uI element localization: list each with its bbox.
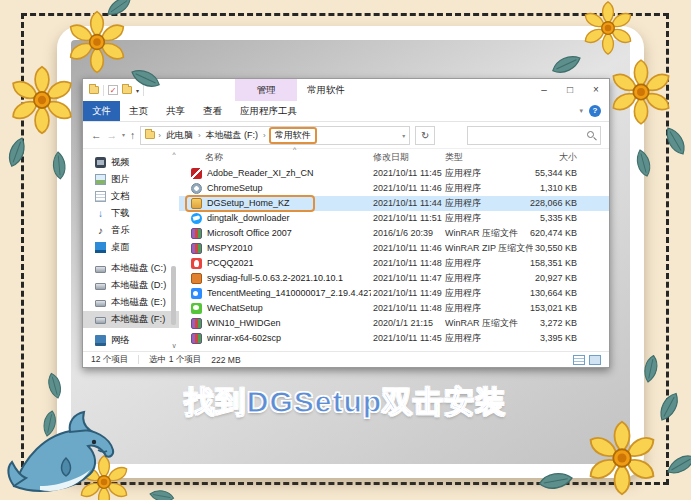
maximize-button[interactable]: □ xyxy=(557,79,583,101)
properties-check-icon[interactable]: ✓ xyxy=(108,85,118,95)
file-size: 130,664 KB xyxy=(501,286,577,301)
breadcrumb-segment[interactable]: 本地磁盘 (F:) xyxy=(204,129,261,142)
breadcrumb-segment[interactable]: 此电脑 xyxy=(164,129,195,142)
manage-contextual-tab[interactable]: 管理 xyxy=(235,79,297,101)
back-icon[interactable]: ← xyxy=(91,130,102,141)
toolbar-dropdown-icon[interactable]: ▾ xyxy=(136,87,139,94)
documents-icon xyxy=(95,191,106,202)
sidebar-item[interactable]: 本地磁盘 (D:) xyxy=(83,277,179,294)
drive-icon xyxy=(95,317,106,324)
file-name: ChromeSetup xyxy=(207,181,371,196)
highlight-box xyxy=(185,195,315,212)
column-header-date[interactable]: 修改日期 xyxy=(373,149,409,166)
refresh-icon[interactable]: ↻ xyxy=(415,126,435,145)
sidebar-item[interactable]: 本地磁盘 (E:) xyxy=(83,294,179,311)
ribbon-right-controls: ▾ ? xyxy=(579,101,609,121)
item-count: 12 个项目 xyxy=(91,354,128,366)
sidebar-item-label: 下载 xyxy=(111,207,130,220)
status-bar: 12 个项目 选中 1 个项目 222 MB xyxy=(83,351,609,367)
drive-icon xyxy=(95,283,106,290)
window-controls: – □ × xyxy=(531,79,609,101)
column-header-size[interactable]: 大小 xyxy=(501,149,577,166)
up-icon[interactable]: ↑ xyxy=(130,130,135,141)
column-header-name[interactable]: 名称 xyxy=(205,149,223,166)
toolbar-separator xyxy=(143,85,144,96)
file-size: 158,351 KB xyxy=(501,256,577,271)
file-row[interactable]: WIN10_HWIDGen2020/1/1 21:15WinRAR 压缩文件3,… xyxy=(179,316,609,331)
file-row[interactable]: MSPY20102021/10/11 11:46WinRAR ZIP 压缩文件3… xyxy=(179,241,609,256)
sidebar-item-label: 网络 xyxy=(111,334,130,347)
large-icons-view-icon[interactable] xyxy=(589,355,601,365)
file-row[interactable]: Adobe_Reader_XI_zh_CN2021/10/11 11:45应用程… xyxy=(179,166,609,181)
file-row[interactable]: DGSetup_Home_KZ2021/10/11 11:44应用程序228,0… xyxy=(179,196,609,211)
forward-icon[interactable]: → xyxy=(107,130,118,141)
file-row[interactable]: Microsoft Office 20072016/1/6 20:39WinRA… xyxy=(179,226,609,241)
sidebar-item-label: 本地磁盘 (F:) xyxy=(111,313,165,326)
music-icon xyxy=(95,225,106,236)
sidebar-item[interactable]: 本地磁盘 (F:) xyxy=(83,311,179,328)
file-row[interactable]: TencentMeeting_1410000017_2.19.4.4272021… xyxy=(179,286,609,301)
winrar-icon xyxy=(191,318,202,329)
file-explorer-window: ✓ ▾ 管理 常用软件 – □ × 文件主页共享查看应用程序工具 ▾ ? ← →… xyxy=(82,78,610,368)
address-bar: ← → ▾ ↑ ›此电脑›本地磁盘 (F:)›常用软件 ▾ ↻ xyxy=(83,122,609,149)
help-icon[interactable]: ? xyxy=(589,105,601,117)
sidebar-item-label: 文档 xyxy=(111,190,130,203)
details-view-icon[interactable] xyxy=(573,355,585,365)
file-size: 1,310 KB xyxy=(501,181,577,196)
folder-icon[interactable] xyxy=(89,86,99,94)
ribbon-tab-2[interactable]: 共享 xyxy=(157,101,194,121)
file-row[interactable]: sysdiag-full-5.0.63.2-2021.10.10.12021/1… xyxy=(179,271,609,286)
breadcrumb-bar[interactable]: ›此电脑›本地磁盘 (F:)›常用软件 ▾ xyxy=(140,126,410,145)
breadcrumb-segment[interactable]: 常用软件 xyxy=(269,127,317,144)
file-row[interactable]: PCQQ20212021/10/11 11:48应用程序158,351 KB xyxy=(179,256,609,271)
file-row[interactable]: winrar-x64-602scp2021/10/11 11:45应用程序3,3… xyxy=(179,331,609,346)
sidebar-item-label: 桌面 xyxy=(111,241,130,254)
sidebar-scrollbar[interactable]: ^ v xyxy=(169,151,179,349)
ribbon-collapse-icon[interactable]: ▾ xyxy=(579,107,583,115)
new-folder-icon[interactable] xyxy=(122,86,132,94)
sidebar-item[interactable]: 视频 xyxy=(83,154,179,171)
ribbon-tabs: 文件主页共享查看应用程序工具 xyxy=(83,101,306,121)
scrollbar-thumb[interactable] xyxy=(171,266,176,325)
file-name: MSPY2010 xyxy=(207,241,371,256)
view-toggle-group xyxy=(573,355,601,365)
sidebar-item-label: 图片 xyxy=(111,173,130,186)
close-button[interactable]: × xyxy=(583,79,609,101)
drive-icon xyxy=(95,300,106,307)
file-row[interactable]: dingtalk_downloader2021/10/11 11:51应用程序5… xyxy=(179,211,609,226)
sidebar-item[interactable]: 桌面 xyxy=(83,239,179,256)
file-size: 5,335 KB xyxy=(501,211,577,226)
scroll-down-icon[interactable]: v xyxy=(169,342,179,349)
ribbon-tab-4[interactable]: 应用程序工具 xyxy=(231,101,306,121)
sidebar-item[interactable]: 图片 xyxy=(83,171,179,188)
status-separator xyxy=(138,355,139,364)
file-date: 2021/10/11 11:46 xyxy=(373,181,445,196)
file-row[interactable]: ChromeSetup2021/10/11 11:46应用程序1,310 KB xyxy=(179,181,609,196)
column-header-type[interactable]: 类型 xyxy=(445,149,463,166)
network-icon xyxy=(95,335,106,346)
file-row[interactable]: WeChatSetup2021/10/11 11:48应用程序153,021 K… xyxy=(179,301,609,316)
file-date: 2021/10/11 11:49 xyxy=(373,286,445,301)
sidebar-item[interactable]: 网络 xyxy=(83,332,179,349)
ribbon-tab-1[interactable]: 主页 xyxy=(120,101,157,121)
file-size: 153,021 KB xyxy=(501,301,577,316)
address-dropdown-icon[interactable]: ▾ xyxy=(402,132,405,139)
ribbon-tab-0[interactable]: 文件 xyxy=(83,101,120,121)
history-dropdown-icon[interactable]: ▾ xyxy=(122,132,125,138)
minimize-button[interactable]: – xyxy=(531,79,557,101)
file-size: 3,395 KB xyxy=(501,331,577,346)
file-name: PCQQ2021 xyxy=(207,256,371,271)
adobe-reader-icon xyxy=(191,168,202,179)
search-input[interactable] xyxy=(468,127,600,144)
sidebar-item[interactable]: 音乐 xyxy=(83,222,179,239)
file-name: WIN10_HWIDGen xyxy=(207,316,371,331)
tutorial-caption: 找到DGSetup双击安装 xyxy=(0,382,691,423)
ribbon-tab-3[interactable]: 查看 xyxy=(194,101,231,121)
sidebar-item[interactable]: 本地磁盘 (C:) xyxy=(83,260,179,277)
sidebar-item[interactable]: 下载 xyxy=(83,205,179,222)
file-date: 2021/10/11 11:51 xyxy=(373,211,445,226)
sidebar-item[interactable]: 文档 xyxy=(83,188,179,205)
videos-icon xyxy=(95,157,106,168)
scroll-up-icon[interactable]: ^ xyxy=(169,151,179,158)
file-date: 2016/1/6 20:39 xyxy=(373,226,445,241)
